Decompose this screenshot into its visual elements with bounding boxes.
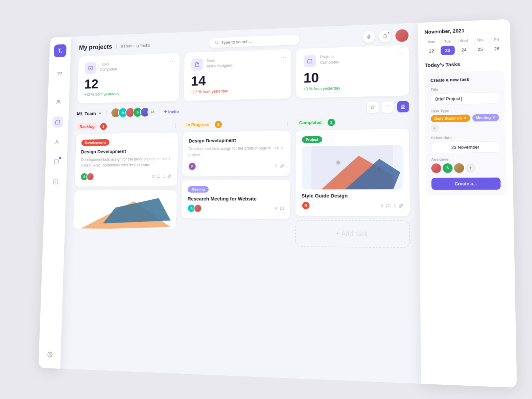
assigned-stat-more[interactable]: ⋯ bbox=[281, 54, 287, 61]
task-card-meeting[interactable]: Meeting Research Meeting for Website A 4 bbox=[182, 180, 290, 219]
task-title-styleguide: Style Guide Design bbox=[302, 193, 403, 199]
svg-point-10 bbox=[49, 354, 51, 355]
task-avatars-meeting: A bbox=[187, 204, 202, 213]
cal-day-22[interactable]: 22 bbox=[425, 46, 439, 56]
user-avatar[interactable] bbox=[395, 29, 409, 42]
date-display[interactable]: 23 November bbox=[431, 141, 500, 153]
assigned-stat-label: New tasks Assigned bbox=[207, 58, 232, 69]
calendar-header: November, 2021 bbox=[424, 26, 504, 35]
sidebar-item-settings[interactable] bbox=[44, 348, 56, 361]
task-comment-count: 3 bbox=[152, 174, 154, 179]
inprogress-header: In Progress 2 ⋮ bbox=[183, 119, 291, 128]
svg-rect-13 bbox=[89, 66, 92, 70]
assignee-1[interactable] bbox=[431, 163, 441, 173]
assignee-2[interactable]: S bbox=[443, 163, 453, 173]
select-date-label: Select date bbox=[431, 135, 500, 140]
right-panel: November, 2021 Mon Tue Wed Thu Fri 22 23… bbox=[418, 19, 517, 388]
svg-point-27 bbox=[336, 161, 340, 165]
sidebar-item-info[interactable] bbox=[50, 176, 61, 188]
backlog-more[interactable]: ⋮ bbox=[173, 121, 178, 128]
cal-header-mon: Mon bbox=[425, 39, 439, 45]
topbar-right bbox=[363, 29, 409, 43]
text-cursor bbox=[462, 96, 462, 101]
grid-button[interactable] bbox=[397, 101, 409, 112]
team-select[interactable]: ML Team bbox=[77, 110, 102, 116]
cal-day-24[interactable]: 24 bbox=[457, 45, 471, 55]
task-card-design-dev[interactable]: Development Design Development Developme… bbox=[74, 132, 178, 187]
projects-stat-more[interactable]: ⋯ bbox=[398, 50, 404, 58]
sidebar-item-projects[interactable] bbox=[52, 116, 63, 128]
assigned-stat-change: -1.2 % from yesterday bbox=[191, 87, 284, 94]
page-title-area: My projects 8 Running Tasks bbox=[79, 42, 150, 51]
task-tag-development: Development bbox=[81, 139, 109, 146]
projects-stat-change: +3 % from yesterday bbox=[303, 84, 401, 91]
task-comment-count-meeting: 4 bbox=[275, 206, 277, 211]
today-tasks-title: Today's Tasks bbox=[425, 60, 504, 68]
task-title-input[interactable]: Brief Project bbox=[431, 92, 499, 105]
task-card-inprogress-1[interactable]: Design Development Development task assi… bbox=[182, 131, 290, 177]
remove-meeting[interactable]: ✕ bbox=[492, 115, 495, 120]
inprogress-more[interactable]: ⋮ bbox=[285, 119, 291, 127]
kanban-col-backlog: Backlog 3 ⋮ Development Design Developme… bbox=[69, 121, 179, 373]
task-stats-ip1: 2 bbox=[275, 163, 285, 168]
invite-button[interactable]: + Invite bbox=[164, 108, 179, 114]
task-title-1: Design Development bbox=[81, 148, 172, 154]
team-avatars: A S +3 bbox=[111, 107, 158, 118]
svg-rect-20 bbox=[401, 107, 403, 108]
task-desc-ip1: Development task assign for the product … bbox=[188, 145, 284, 158]
svg-point-3 bbox=[61, 72, 62, 73]
mic-button[interactable] bbox=[363, 31, 375, 43]
task-avatar-photo2 bbox=[194, 204, 202, 213]
task-avatars-styleguide: R bbox=[301, 201, 310, 210]
sidebar-item-notes[interactable] bbox=[54, 68, 65, 79]
team-extra[interactable]: +3 bbox=[147, 107, 157, 117]
partial-card[interactable] bbox=[73, 190, 177, 229]
task-desc-1: Development task assign for the product … bbox=[80, 156, 172, 168]
add-assignee-button[interactable]: + bbox=[466, 163, 476, 173]
comment-icon-2 bbox=[280, 206, 284, 211]
sidebar-logo[interactable]: T. bbox=[54, 44, 66, 58]
projects-stat-value: 10 bbox=[303, 68, 401, 85]
cal-header-fri: Fri bbox=[489, 37, 504, 43]
backlog-count: 3 bbox=[100, 123, 107, 130]
assignee-3[interactable] bbox=[454, 163, 464, 173]
styleguide-image bbox=[302, 145, 403, 190]
task-stats-1: 3 1 bbox=[152, 174, 172, 179]
filter-button[interactable] bbox=[382, 101, 394, 113]
stat-card-assigned: New tasks Assigned 14 -1.2 % from yester… bbox=[184, 49, 291, 101]
tag-meeting[interactable]: Meeting ✕ bbox=[472, 114, 499, 121]
search-icon bbox=[215, 40, 219, 45]
sidebar-item-team[interactable] bbox=[53, 96, 64, 108]
search-bar[interactable] bbox=[209, 35, 299, 48]
sidebar-item-chat[interactable] bbox=[51, 156, 62, 168]
tasks-stat-more[interactable]: ⋯ bbox=[170, 58, 175, 65]
task-placeholder[interactable]: + Add task bbox=[295, 220, 410, 248]
remove-daily-standup[interactable]: ✕ bbox=[463, 116, 466, 120]
notification-button[interactable] bbox=[379, 30, 391, 42]
svg-rect-21 bbox=[404, 107, 405, 108]
running-tasks-badge: 8 Running Tasks bbox=[116, 43, 150, 49]
task-avatars-ip1: F bbox=[188, 162, 197, 171]
task-comment-count-ip1: 2 bbox=[275, 163, 278, 168]
add-tag-button[interactable]: + bbox=[431, 124, 439, 132]
cal-day-23[interactable]: 23 bbox=[441, 46, 455, 55]
task-footer-1: S 3 1 bbox=[80, 172, 172, 181]
stat-card-projects: Projects Completed 10 +3 % from yesterda… bbox=[296, 45, 409, 98]
svg-point-9 bbox=[56, 181, 56, 181]
star-button[interactable] bbox=[367, 101, 379, 113]
completed-more[interactable]: ⋮ bbox=[403, 117, 409, 125]
task-type-label: Task Type bbox=[431, 108, 499, 113]
create-task-title: Create a new task bbox=[430, 76, 499, 83]
task-title-meeting: Research Meeting for Website bbox=[188, 196, 284, 201]
cal-day-26[interactable]: 26 bbox=[489, 44, 504, 54]
cal-day-25[interactable]: 25 bbox=[473, 45, 487, 54]
app-container: T. bbox=[39, 19, 517, 388]
create-task-button[interactable]: Create a... bbox=[431, 177, 501, 190]
task-card-styleguide[interactable]: Project Style Guide Design R bbox=[295, 129, 410, 216]
title-label: Title bbox=[431, 86, 499, 91]
sidebar-divider bbox=[55, 88, 64, 88]
sidebar-item-users[interactable] bbox=[52, 136, 63, 148]
running-tasks-text: 8 Running Tasks bbox=[121, 43, 150, 48]
search-input[interactable] bbox=[221, 37, 293, 45]
tag-daily-standup[interactable]: Daily Stand Up ✕ bbox=[431, 114, 470, 122]
